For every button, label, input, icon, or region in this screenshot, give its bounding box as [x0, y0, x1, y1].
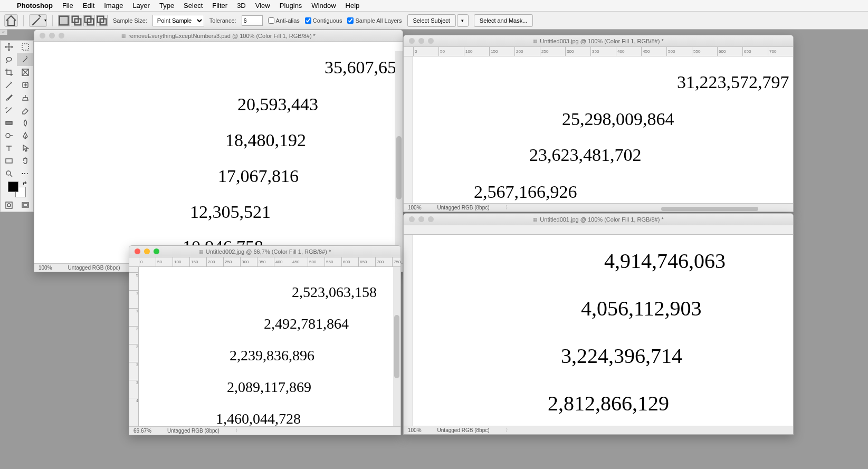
doc1-titlebar[interactable]: removeEverythingExceptNumbers3.psd @ 100…: [34, 30, 403, 42]
type-tool[interactable]: [1, 142, 17, 155]
doc1-value-1: 20,593,443: [237, 94, 318, 114]
sample-all-check[interactable]: Sample All Layers: [347, 17, 402, 24]
edit-toolbar[interactable]: ⋯: [17, 167, 33, 180]
doc4-canvas[interactable]: 4,914,746,063 4,056,112,903 3,224,396,71…: [413, 235, 793, 426]
frame-tool[interactable]: [17, 66, 33, 79]
doc4-titlebar[interactable]: Untitled001.jpg @ 100% (Color Fill 1, RG…: [404, 214, 793, 225]
doc3-canvas[interactable]: 31,223,572,797 25,298,009,864 23,623,481…: [413, 56, 793, 203]
doc3-ruler-h[interactable]: 0 50 100 150 200 250 300 350 400 450 500…: [404, 47, 793, 56]
panel-dock-collapse[interactable]: «: [0, 30, 7, 35]
doc3-scrollbar-h[interactable]: [509, 206, 786, 212]
rectangle-tool[interactable]: [1, 155, 17, 167]
menu-edit[interactable]: Edit: [83, 2, 94, 9]
maximize-icon[interactable]: [428, 38, 434, 44]
doc4-ruler-v[interactable]: [404, 235, 413, 426]
contiguous-check[interactable]: Contiguous: [305, 17, 342, 24]
document-window-4: Untitled001.jpg @ 100% (Color Fill 1, RG…: [403, 213, 794, 435]
menu-select[interactable]: Select: [184, 2, 203, 9]
selection-intersect[interactable]: [96, 15, 108, 26]
color-swatches[interactable]: ⇄: [1, 180, 33, 199]
doc1-zoom[interactable]: 100%: [39, 265, 52, 271]
minimize-icon[interactable]: [418, 38, 424, 44]
history-brush-tool[interactable]: [1, 104, 17, 117]
maximize-icon[interactable]: [154, 248, 159, 254]
selection-new[interactable]: [58, 15, 70, 26]
doc1-value-2: 18,480,192: [225, 130, 306, 150]
magic-wand-tool[interactable]: [17, 53, 33, 66]
close-icon[interactable]: [409, 38, 415, 44]
doc3-profile[interactable]: Untagged RGB (8bpc): [437, 205, 490, 210]
doc3-zoom[interactable]: 100%: [408, 205, 422, 210]
doc2-scrollbar-v[interactable]: [393, 267, 400, 426]
selection-add[interactable]: [71, 15, 82, 26]
menu-3d[interactable]: 3D: [237, 2, 246, 9]
doc3-ruler-v[interactable]: [404, 56, 413, 203]
menu-view[interactable]: View: [255, 2, 270, 9]
doc4-status-menu[interactable]: 〉: [505, 427, 510, 434]
doc1-canvas[interactable]: 35,607,652 20,593,443 18,480,192 17,067,…: [34, 42, 403, 263]
eyedropper-tool[interactable]: [1, 79, 17, 91]
sample-size-select[interactable]: Point Sample: [152, 15, 204, 26]
dodge-tool[interactable]: [1, 129, 17, 142]
tool-preset-picker[interactable]: ▾: [29, 14, 47, 27]
menu-filter[interactable]: Filter: [212, 2, 227, 9]
maximize-icon[interactable]: [59, 33, 64, 39]
menu-image[interactable]: Image: [104, 2, 123, 9]
menu-window[interactable]: Window: [311, 2, 336, 9]
menu-plugins[interactable]: Plugins: [280, 2, 302, 9]
clone-stamp-tool[interactable]: [17, 91, 33, 104]
doc3-value-2: 23,623,481,702: [529, 145, 642, 165]
doc2-canvas[interactable]: 2,523,063,158 2,492,781,864 2,239,836,89…: [139, 267, 400, 426]
menu-help[interactable]: Help: [346, 2, 360, 9]
minimize-icon[interactable]: [418, 216, 424, 222]
doc4-ruler-h[interactable]: [404, 225, 793, 235]
blur-tool[interactable]: [17, 117, 33, 129]
screen-mode[interactable]: [17, 199, 33, 212]
maximize-icon[interactable]: [428, 216, 434, 222]
menu-layer[interactable]: Layer: [132, 2, 150, 9]
menu-file[interactable]: File: [62, 2, 73, 9]
path-selection-tool[interactable]: [17, 142, 33, 155]
move-tool[interactable]: [1, 41, 17, 53]
crop-tool[interactable]: [1, 66, 17, 79]
doc2-status-menu[interactable]: 〉: [235, 427, 240, 434]
doc3-titlebar[interactable]: Untitled003.jpg @ 100% (Color Fill 1, RG…: [404, 35, 793, 47]
app-name[interactable]: Photoshop: [17, 2, 53, 9]
hand-tool[interactable]: [17, 155, 33, 167]
marquee-tool[interactable]: [17, 41, 33, 53]
doc4-profile[interactable]: Untagged RGB (8bpc): [437, 427, 490, 433]
minimize-icon[interactable]: [49, 33, 55, 39]
eraser-tool[interactable]: [17, 104, 33, 117]
doc2-titlebar[interactable]: Untitled002.jpg @ 66,7% (Color Fill 1, R…: [129, 246, 400, 257]
doc2-zoom[interactable]: 66.67%: [133, 428, 151, 434]
close-icon[interactable]: [40, 33, 45, 39]
healing-brush-tool[interactable]: [17, 79, 33, 91]
doc3-value-0: 31,223,572,797: [677, 72, 789, 92]
quick-mask-mode[interactable]: [1, 199, 17, 212]
doc2-profile[interactable]: Untagged RGB (8bpc): [167, 428, 220, 434]
close-icon[interactable]: [409, 216, 415, 222]
gradient-tool[interactable]: [1, 117, 17, 129]
doc2-ruler-v[interactable]: 5 1 1 2 2 3 3 4: [129, 267, 139, 426]
select-subject-button[interactable]: Select Subject: [407, 14, 456, 27]
doc1-scrollbar-v[interactable]: [395, 51, 403, 263]
pen-tool[interactable]: [17, 129, 33, 142]
doc2-value-2: 2,239,836,896: [230, 347, 314, 364]
home-button[interactable]: [4, 14, 18, 27]
anti-alias-check[interactable]: Anti-alias: [268, 17, 300, 24]
minimize-icon[interactable]: [144, 248, 150, 254]
foreground-color[interactable]: [8, 181, 18, 192]
swap-colors-icon[interactable]: ⇄: [23, 180, 27, 186]
selection-subtract[interactable]: [83, 15, 95, 26]
doc4-zoom[interactable]: 100%: [408, 427, 422, 433]
select-and-mask-button[interactable]: Select and Mask...: [474, 14, 533, 27]
doc1-profile[interactable]: Untagged RGB (8bpc): [68, 265, 120, 271]
tolerance-input[interactable]: [242, 15, 263, 26]
doc2-ruler-h[interactable]: 0 50 100 150 200 250 300 350 400 450 500…: [129, 257, 400, 267]
zoom-tool[interactable]: [1, 167, 17, 180]
menu-type[interactable]: Type: [159, 2, 174, 9]
select-subject-dropdown[interactable]: ▾: [457, 14, 469, 27]
close-icon[interactable]: [135, 248, 140, 254]
lasso-tool[interactable]: [1, 53, 17, 66]
brush-tool[interactable]: [1, 91, 17, 104]
